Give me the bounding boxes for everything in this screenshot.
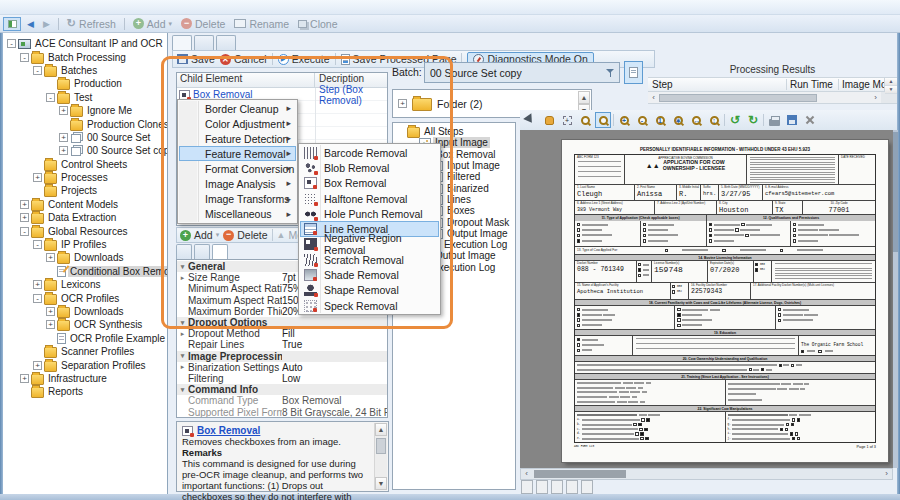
back-button[interactable]: ◀ [24, 19, 37, 29]
forward-button[interactable]: ▶ [40, 19, 53, 29]
property-row[interactable]: ▸ Binarization Settings Auto [177, 362, 387, 373]
tree-expander[interactable]: + [59, 146, 68, 155]
add-dropdown-caret[interactable]: ▾ [169, 20, 173, 28]
tab[interactable] [194, 35, 214, 50]
property-value[interactable]: Fill [282, 328, 387, 339]
property-row[interactable]: Command Type Box Removal [177, 395, 387, 406]
fit-height-button[interactable]: ↕ [706, 112, 722, 128]
property-value[interactable]: True [282, 339, 387, 350]
delete-button[interactable]: −Delete [178, 18, 228, 30]
tree-expander[interactable]: + [20, 213, 29, 222]
tab[interactable] [216, 35, 236, 50]
tree-expander[interactable]: - [33, 294, 42, 303]
tree-item[interactable]: Projects [3, 184, 167, 197]
description-scrollbar[interactable]: ▲ ▼ [374, 423, 387, 490]
tree-item[interactable]: Conditional Box Removal [3, 265, 167, 278]
tree-expander[interactable]: - [33, 66, 42, 75]
column-header-run-time[interactable]: Run Time [786, 79, 838, 90]
select-region-button[interactable]: + [559, 112, 575, 128]
magnifier-tool-button[interactable] [577, 112, 593, 128]
property-value[interactable]: Auto [282, 362, 387, 373]
clone-button[interactable]: Clone [295, 18, 340, 30]
tree-item[interactable]: - Batch Processing [3, 50, 167, 63]
zoom-out-button[interactable]: - [634, 112, 650, 128]
tree-expander[interactable]: + [46, 253, 55, 262]
tree-item[interactable]: - IP Profiles [3, 238, 167, 251]
property-expander[interactable]: ▾ [177, 352, 188, 360]
scroll-right-icon[interactable]: › [870, 93, 881, 103]
spin-up-icon[interactable]: ▲ [885, 78, 897, 86]
tree-item[interactable]: + Downloads [3, 305, 167, 318]
column-header-image-mode[interactable]: Image Mo [838, 79, 884, 90]
view-page-button[interactable] [624, 61, 643, 84]
batch-dropdown[interactable]: 00 Source Set copy [424, 62, 620, 83]
tree-item[interactable]: + Infrastructure [3, 372, 167, 385]
nav-panel-toggle-button[interactable] [3, 17, 21, 31]
tree-expander[interactable]: - [20, 227, 29, 236]
zoom-in-button[interactable]: + [616, 112, 632, 128]
tree-item[interactable]: + Lexicons [3, 278, 167, 291]
tree-expander[interactable]: - [33, 240, 42, 249]
tree-item[interactable]: Production Clones [3, 117, 167, 130]
property-expander[interactable]: ▸ [177, 330, 188, 338]
print-button[interactable] [766, 112, 782, 128]
tree-item[interactable]: OCR Profile Example [3, 332, 167, 345]
tree-expander[interactable]: + [59, 106, 68, 115]
property-row[interactable]: ▾ Command Info [177, 384, 387, 395]
preview-vertical-scrollbar[interactable] [893, 130, 898, 468]
add-button[interactable]: +Add▾ [130, 18, 175, 30]
zoom-fit-button[interactable]: ∗ [670, 112, 686, 128]
viewer-settings-button[interactable] [802, 112, 818, 128]
rotate-left-button[interactable]: ↺ [727, 112, 743, 128]
scroll-up-icon[interactable]: ▲ [375, 423, 387, 436]
property-row[interactable]: ▸ Dropout Method Fill [177, 328, 387, 339]
tree-item[interactable]: Production [3, 77, 167, 90]
tree-item[interactable]: Control Sheets [3, 158, 167, 171]
scroll-down-icon[interactable]: ▼ [375, 477, 387, 490]
property-row[interactable]: Filtering Low [177, 373, 387, 384]
tree-item[interactable]: + 00 Source Set [3, 131, 167, 144]
scroll-right-icon[interactable]: › [881, 469, 892, 479]
tree-expander[interactable]: - [7, 39, 16, 48]
rotate-right-button[interactable]: ↻ [745, 112, 761, 128]
pointer-tool-button[interactable] [523, 112, 539, 128]
column-header-step[interactable]: Step [648, 79, 786, 90]
tree-expander[interactable]: + [33, 361, 42, 370]
spin-down-icon[interactable]: ▼ [885, 86, 897, 94]
tree-item[interactable]: - Batches [3, 64, 167, 77]
tree-item[interactable]: + Data Extraction [3, 211, 167, 224]
scroll-thumb[interactable] [534, 470, 626, 478]
tree-expander[interactable]: + [20, 200, 29, 209]
tree-expander[interactable]: - [46, 93, 55, 102]
tree-item[interactable]: - OCR Profiles [3, 291, 167, 304]
tree-expander[interactable]: + [33, 280, 42, 289]
scroll-thumb[interactable] [376, 438, 386, 454]
property-row[interactable]: ▾ Image Preprocessing [177, 351, 387, 362]
tree-expander[interactable]: + [46, 320, 55, 329]
property-value[interactable]: Low [282, 373, 387, 384]
tree-expander[interactable]: + [33, 173, 42, 182]
tree-item[interactable]: - Test [3, 91, 167, 104]
save-image-button[interactable] [784, 112, 800, 128]
tree-expander[interactable]: - [20, 53, 29, 62]
scroll-left-icon[interactable]: ‹ [648, 93, 659, 103]
property-expander[interactable]: ▾ [177, 386, 188, 394]
results-hscrollbar[interactable]: ‹ › [648, 92, 897, 104]
rename-button[interactable]: Rename [231, 18, 292, 30]
tree-item[interactable]: + Downloads [3, 251, 167, 264]
scroll-left-icon[interactable]: ‹ [521, 469, 532, 479]
tree-item[interactable]: + Content Models [3, 198, 167, 211]
tree-item[interactable]: + Separation Profiles [3, 358, 167, 371]
property-value[interactable]: 8 Bit Grayscale, 24 Bit RGB, 32 B [282, 407, 387, 418]
tree-expander[interactable]: + [46, 307, 55, 316]
tab[interactable] [172, 35, 192, 50]
scroll-up-icon[interactable]: ▲ [578, 91, 590, 104]
tree-item[interactable]: Reports [3, 385, 167, 398]
zoom-select-tool-button[interactable] [595, 112, 611, 128]
refresh-button[interactable]: ↻Refresh [64, 17, 119, 30]
tree-item[interactable]: - ACE Consultant IP and OCR [3, 37, 167, 50]
tree-item[interactable]: - Global Resources [3, 224, 167, 237]
tree-item[interactable]: Scanner Profiles [3, 345, 167, 358]
tree-item[interactable]: + 00 Source Set copy [3, 144, 167, 157]
zoom-actual-button[interactable]: 1 [652, 112, 668, 128]
